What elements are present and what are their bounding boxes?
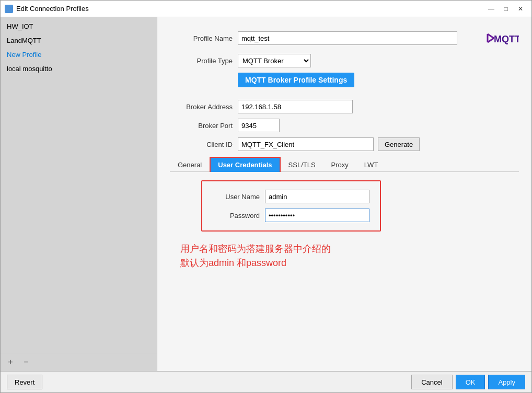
tab-ssl-tls[interactable]: SSL/TLS — [281, 157, 323, 172]
ok-button[interactable]: OK — [456, 375, 485, 389]
password-input[interactable] — [265, 209, 369, 222]
tab-lwt[interactable]: LWT — [356, 157, 386, 172]
tabs-row: General User Credentials SSL/TLS Proxy L… — [170, 156, 519, 172]
broker-port-input[interactable] — [238, 119, 280, 132]
mqtt-logo: MQTT — [482, 28, 519, 49]
revert-button[interactable]: Revert — [7, 375, 42, 389]
sidebar-item-hw-iot[interactable]: HW_IOT — [1, 19, 157, 33]
content-area: HW_IOT LandMQTT New Profile local mosqui… — [1, 17, 531, 371]
titlebar: Edit Connection Profiles — □ ✕ — [1, 1, 531, 17]
password-label: Password — [213, 212, 260, 219]
client-id-input[interactable] — [238, 137, 374, 151]
profile-type-row: Profile Type MQTT Broker MQTT Publisher … — [170, 54, 519, 67]
svg-text:MQTT: MQTT — [494, 34, 519, 44]
bottom-bar-left: Revert — [7, 375, 408, 389]
broker-address-input[interactable] — [238, 100, 353, 113]
sidebar-item-new-profile[interactable]: New Profile — [1, 48, 157, 62]
app-icon — [5, 5, 13, 13]
window-title: Edit Connection Profiles — [16, 5, 484, 13]
credentials-box: User Name Password — [201, 180, 381, 232]
password-row: Password — [213, 209, 369, 222]
cancel-button[interactable]: Cancel — [411, 375, 452, 389]
bottom-bar: Revert Cancel OK Apply — [1, 371, 531, 392]
sidebar-item-landmqtt[interactable]: LandMQTT — [1, 33, 157, 48]
profile-name-label: Profile Name — [170, 34, 233, 42]
tab-proxy[interactable]: Proxy — [323, 157, 356, 172]
right-panel: Profile Name MQTT Profile Type — [157, 17, 531, 371]
window-controls: — □ ✕ — [484, 3, 527, 15]
profile-name-input[interactable] — [238, 31, 457, 45]
section-header: MQTT Broker Profile Settings — [238, 73, 354, 87]
minimize-button[interactable]: — — [484, 3, 498, 15]
profile-type-label: Profile Type — [170, 57, 233, 65]
profile-list: HW_IOT LandMQTT New Profile local mosqui… — [1, 17, 157, 353]
apply-button[interactable]: Apply — [488, 375, 525, 389]
profile-type-select[interactable]: MQTT Broker MQTT Publisher MQTT Subscrib… — [238, 54, 311, 67]
annotation-text: 用户名和密码为搭建服务器中介绍的 默认为admin 和password — [180, 242, 519, 270]
annotation-line2: 默认为admin 和password — [180, 256, 519, 270]
client-id-label: Client ID — [170, 141, 233, 148]
svg-line-1 — [488, 34, 494, 38]
close-button[interactable]: ✕ — [514, 3, 527, 15]
broker-port-label: Broker Port — [170, 122, 233, 130]
section-header-row: MQTT Broker Profile Settings — [170, 73, 519, 95]
add-profile-button[interactable]: + — [5, 356, 16, 368]
tab-general[interactable]: General — [170, 157, 210, 172]
username-input[interactable] — [265, 190, 369, 203]
broker-address-row: Broker Address — [170, 100, 519, 113]
broker-port-row: Broker Port — [170, 119, 519, 132]
sidebar-footer: + − — [1, 353, 157, 371]
client-id-row: Client ID Generate — [170, 137, 519, 151]
profile-name-row: Profile Name MQTT — [170, 28, 519, 49]
sidebar-item-local-mosquitto[interactable]: local mosquitto — [1, 62, 157, 76]
remove-profile-button[interactable]: − — [20, 356, 32, 368]
profile-type-dropdown-wrapper: MQTT Broker MQTT Publisher MQTT Subscrib… — [238, 54, 311, 67]
maximize-button[interactable]: □ — [499, 3, 513, 15]
username-label: User Name — [213, 193, 260, 201]
sidebar: HW_IOT LandMQTT New Profile local mosqui… — [1, 17, 157, 371]
username-row: User Name — [213, 190, 369, 203]
tab-user-credentials[interactable]: User Credentials — [210, 157, 280, 172]
svg-line-2 — [488, 38, 494, 42]
broker-address-label: Broker Address — [170, 103, 233, 111]
main-window: Edit Connection Profiles — □ ✕ HW_IOT La… — [0, 0, 532, 393]
generate-button[interactable]: Generate — [378, 137, 420, 151]
annotation-line1: 用户名和密码为搭建服务器中介绍的 — [180, 242, 519, 256]
